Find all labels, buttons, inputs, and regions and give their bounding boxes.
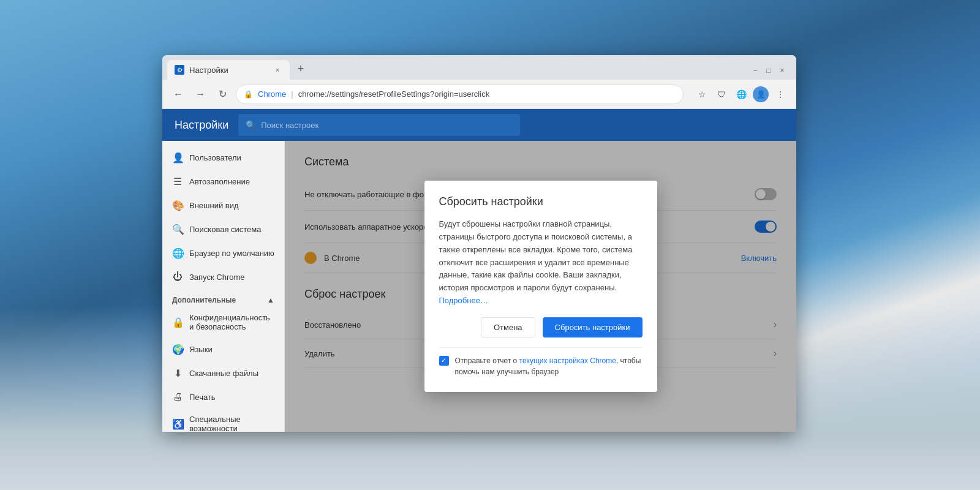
- search-engine-icon: 🔍: [172, 224, 183, 235]
- search-icon: 🔍: [246, 120, 256, 130]
- sidebar-label-accessibility: Специальные возможности: [189, 415, 274, 432]
- search-placeholder: Поиск настроек: [261, 121, 513, 130]
- settings-header: Настройки 🔍 Поиск настроек: [162, 109, 796, 141]
- sidebar-item-downloads[interactable]: ⬇ Скачанные файлы: [162, 361, 284, 385]
- settings-body: 👤 Пользователи ☰ Автозаполнение 🎨 Внешни…: [162, 141, 796, 432]
- bookmark-icon[interactable]: ☆: [693, 86, 710, 103]
- maximize-button[interactable]: □: [764, 66, 773, 75]
- dialog-body: Будут сброшены настройки главной страниц…: [439, 218, 643, 307]
- browser-icon: 🌐: [172, 247, 183, 259]
- minimize-button[interactable]: −: [751, 66, 760, 75]
- report-checkbox-wrapper[interactable]: ✓: [439, 356, 449, 366]
- refresh-button[interactable]: ↻: [214, 86, 231, 103]
- report-checkbox[interactable]: ✓: [439, 356, 449, 366]
- url-text: chrome://settings/resetProfileSettings?o…: [298, 89, 676, 99]
- lock-icon: 🔒: [244, 90, 253, 99]
- sidebar-item-accessibility[interactable]: ♿ Специальные возможности: [162, 409, 284, 432]
- footer-settings-link[interactable]: текущих настройках Chrome: [519, 356, 616, 365]
- window-controls: − □ ×: [751, 66, 791, 75]
- address-bar: ← → ↻ 🔒 Chrome | chrome://settings/reset…: [162, 80, 796, 109]
- sidebar-label-search: Поисковая система: [189, 225, 274, 234]
- close-button[interactable]: ×: [778, 66, 786, 75]
- profile-icon[interactable]: 👤: [752, 86, 769, 103]
- languages-icon: 🌍: [172, 344, 183, 355]
- url-separator: |: [291, 89, 293, 99]
- sidebar-label-users: Пользователи: [189, 153, 274, 162]
- autofill-icon: ☰: [172, 176, 183, 187]
- tab-favicon: ⚙: [175, 65, 184, 75]
- sidebar-label-appearance: Внешний вид: [189, 201, 274, 210]
- toolbar-icons: ☆ 🛡 🌐 👤 ⋮: [693, 86, 789, 103]
- print-icon: 🖨: [172, 391, 183, 402]
- sidebar-label-autofill: Автозаполнение: [189, 177, 274, 186]
- new-tab-button[interactable]: +: [292, 60, 309, 77]
- settings-page: Настройки 🔍 Поиск настроек 👤 Пользовател…: [162, 109, 796, 432]
- cancel-button[interactable]: Отмена: [481, 317, 535, 337]
- extensions-icon[interactable]: 🛡: [713, 86, 730, 103]
- sidebar-item-startup[interactable]: ⏻ Запуск Chrome: [162, 265, 284, 288]
- dialog-buttons: Отмена Сбросить настройки: [439, 317, 643, 337]
- more-icon[interactable]: 🌐: [733, 86, 750, 103]
- dialog-footer-text: Отправьте отчет о текущих настройках Chr…: [455, 355, 643, 377]
- dialog-overlay: Сбросить настройки Будут сброшены настро…: [285, 141, 796, 432]
- reset-settings-button[interactable]: Сбросить настройки: [543, 317, 643, 337]
- chrome-label: Chrome: [258, 89, 286, 99]
- privacy-icon: 🔒: [172, 317, 183, 328]
- appearance-icon: 🎨: [172, 200, 183, 211]
- accessibility-icon: ♿: [172, 418, 183, 430]
- users-icon: 👤: [172, 152, 183, 164]
- sidebar-item-search[interactable]: 🔍 Поисковая система: [162, 217, 284, 241]
- search-box[interactable]: 🔍 Поиск настроек: [238, 114, 520, 136]
- title-bar: ⚙ Настройки × + − □ ×: [162, 55, 796, 80]
- sidebar-label-downloads: Скачанные файлы: [189, 369, 274, 378]
- sidebar-label-print: Печать: [189, 393, 274, 402]
- sidebar-label-startup: Запуск Chrome: [189, 273, 274, 282]
- reset-dialog: Сбросить настройки Будут сброшены настро…: [424, 181, 657, 392]
- settings-title: Настройки: [175, 119, 228, 132]
- sidebar-item-languages[interactable]: 🌍 Языки: [162, 337, 284, 361]
- sidebar-label-browser: Браузер по умолчанию: [189, 249, 274, 258]
- dialog-learn-more-link[interactable]: Подробнее…: [439, 296, 488, 305]
- sidebar-item-autofill[interactable]: ☰ Автозаполнение: [162, 170, 284, 194]
- tab-title: Настройки: [189, 66, 268, 75]
- sidebar-label-languages: Языки: [189, 345, 274, 354]
- menu-icon[interactable]: ⋮: [772, 86, 789, 103]
- browser-window: ⚙ Настройки × + − □ × ← → ↻ 🔒 Chrome | c…: [162, 55, 796, 432]
- sidebar-label-privacy: Конфиденциальность и безопасность: [189, 313, 274, 331]
- sidebar-item-privacy[interactable]: 🔒 Конфиденциальность и безопасность: [162, 307, 284, 337]
- profile-avatar: 👤: [753, 86, 769, 102]
- advanced-arrow: ▲: [267, 296, 274, 304]
- startup-icon: ⏻: [172, 271, 183, 282]
- sidebar-item-users[interactable]: 👤 Пользователи: [162, 146, 284, 170]
- sidebar-item-appearance[interactable]: 🎨 Внешний вид: [162, 194, 284, 217]
- browser-tab[interactable]: ⚙ Настройки ×: [167, 60, 290, 80]
- sidebar-item-browser[interactable]: 🌐 Браузер по умолчанию: [162, 241, 284, 265]
- main-content: Система Не отключать работающие в фоново…: [285, 141, 796, 432]
- sidebar-item-print[interactable]: 🖨 Печать: [162, 385, 284, 409]
- tab-close-button[interactable]: ×: [273, 65, 282, 75]
- downloads-icon: ⬇: [172, 368, 183, 379]
- back-button[interactable]: ←: [170, 86, 187, 103]
- dialog-title: Сбросить настройки: [439, 195, 643, 208]
- forward-button[interactable]: →: [192, 86, 209, 103]
- sidebar: 👤 Пользователи ☰ Автозаполнение 🎨 Внешни…: [162, 141, 285, 432]
- dialog-body-text: Будут сброшены настройки главной страниц…: [439, 219, 633, 292]
- dialog-footer: ✓ Отправьте отчет о текущих настройках C…: [439, 347, 643, 377]
- footer-text-before: Отправьте отчет о: [455, 356, 519, 365]
- url-bar[interactable]: 🔒 Chrome | chrome://settings/resetProfil…: [236, 85, 684, 104]
- advanced-section: Дополнительные ▲: [162, 288, 284, 307]
- advanced-label: Дополнительные: [172, 296, 236, 304]
